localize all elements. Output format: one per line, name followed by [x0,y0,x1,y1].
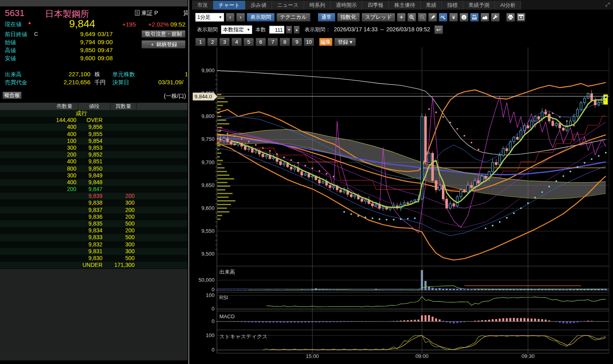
preset-button-7[interactable]: 7 [268,38,278,46]
svg-text:9,900: 9,900 [201,67,215,73]
preset-button-4[interactable]: 4 [231,38,242,46]
order-book-row[interactable]: 2009,852 [0,151,188,158]
order-book-row[interactable]: 1009,854 [0,138,188,144]
trade-caution-button[interactable]: 取引注意・規制 [141,30,186,38]
crosshair-icon[interactable]: + [397,13,406,22]
price-level[interactable]: 9,854 [60,138,102,144]
tab-11[interactable]: 業績予測 [463,1,495,10]
edit-button[interactable]: 編集 [319,38,333,46]
price-level[interactable]: 9,851 [60,158,102,165]
order-book-row[interactable]: 144,400OVER [0,117,188,124]
turnover-value: 2,210,656 [36,79,90,85]
tab-8[interactable]: 株主優待 [389,1,421,10]
normal-mode-button[interactable]: 通常 [318,13,335,22]
price-level[interactable]: 9,856 [60,124,102,130]
buy-quantity: 500 [92,220,135,227]
preset-button-1[interactable]: 1 [195,38,206,46]
tab-10[interactable]: 指標 [442,1,463,10]
order-book-row[interactable]: 4009,848 [0,179,188,186]
order-book-row[interactable]: 9,834200 [0,227,188,234]
bar-count-input[interactable]: 111 [269,26,284,34]
count-decrement-button[interactable]: ▼ [286,26,292,34]
info-icon[interactable]: i [460,13,468,22]
tab-9[interactable]: 業績 [421,1,442,10]
tab-6[interactable]: 適時開示 [331,1,362,10]
plus-icon: ＋ [150,41,155,47]
preset-button-8[interactable]: 8 [280,38,290,46]
order-book-row[interactable]: 9,837200 [0,207,188,214]
order-book-row[interactable]: 9,832300 [0,241,188,248]
order-book-row[interactable]: 4009,856 [0,124,188,130]
tab-1[interactable]: 市況 [192,1,213,10]
preset-button-3[interactable]: 3 [219,38,230,46]
draw-pencil-icon[interactable] [428,13,437,22]
wrench-icon[interactable] [491,13,500,22]
preset-button-10[interactable]: 10 [304,38,314,46]
print-icon[interactable] [506,13,515,22]
price-level[interactable]: 9,852 [60,151,102,158]
reset-period-icon[interactable]: ↩ [434,25,443,34]
scrollbar-track[interactable] [188,0,189,364]
preset-button-2[interactable]: 2 [207,38,218,46]
display-period-button[interactable]: 表示期間 [247,13,275,22]
price-level[interactable]: 9,853 [60,144,102,151]
zoom-out-icon[interactable] [418,13,427,22]
price-level[interactable]: 9,847 [60,186,102,193]
order-book-row[interactable]: 3009,853 [0,144,188,151]
export-window-icon[interactable] [517,13,525,22]
order-book-row[interactable]: 2009,847 [0,186,188,193]
indexed-mode-button[interactable]: 指数化 [337,13,360,22]
preset-button-5[interactable]: 5 [243,38,254,46]
order-book-row[interactable]: 9,838300 [0,199,188,206]
preset-button-9[interactable]: 9 [292,38,302,46]
prev-button[interactable]: ‹ [226,13,235,22]
tab-12[interactable]: AI分析 [495,1,521,10]
tab-2[interactable]: チャート [213,1,245,10]
sell-qty-header: 売数量 [51,103,78,110]
price-chart[interactable]: 9,844.09,5009,5509,6009,6509,7009,7509,8… [192,0,613,364]
order-book-row[interactable]: 9,839200 [0,193,188,199]
order-book-row[interactable]: 9,836200 [0,214,188,220]
count-mode-select[interactable]: 本数指定▼ [221,25,252,34]
count-increment-button[interactable]: ▲ [294,26,300,34]
order-book-row[interactable]: 9,831300 [0,248,188,255]
svg-text:9,800: 9,800 [201,113,215,119]
technical-button[interactable]: テクニカル [276,13,311,22]
interval-select[interactable]: 1分足▼ [195,13,224,22]
save-preset-button[interactable]: 登録 ▾ [334,38,356,46]
trendline-cursor-icon[interactable] [439,13,447,22]
order-book-row[interactable]: 9,833500 [0,234,188,241]
price-level[interactable]: 9,855 [60,131,102,138]
register-stock-button[interactable]: ＋ 銘柄登録 [141,40,186,49]
order-book-row[interactable]: 4009,855 [0,131,188,138]
svg-text:i: i [464,16,465,20]
price-level[interactable]: OVER [60,117,102,124]
price-level[interactable]: 成行 [60,110,102,117]
order-book-row[interactable]: 成行 [0,110,188,117]
preset-button-6[interactable]: 6 [255,38,266,46]
tab-4[interactable]: ニュース [272,1,304,10]
tab-3[interactable]: 歩み値 [245,1,272,10]
price-level[interactable]: 9,850 [60,165,102,172]
price-level[interactable]: 9,848 [60,179,102,186]
zoom-in-icon[interactable] [407,13,416,22]
order-book-row[interactable]: 3009,849 [0,172,188,179]
order-book-row[interactable]: 4009,851 [0,158,188,165]
yen-icon[interactable]: ¥ [449,13,458,22]
buy-quantity: 300 [92,241,135,248]
panel-divider[interactable] [188,0,192,364]
order-book-row[interactable]: 9,830500 [0,255,188,262]
my-chart-icon[interactable]: MY [470,13,479,22]
order-book-row[interactable]: 8009,850 [0,165,188,172]
composite-board-button[interactable]: 複合板 [2,92,22,99]
order-book-row[interactable]: UNDER171,300 [0,262,188,268]
tab-7[interactable]: 四季報 [362,1,389,10]
order-book-row[interactable]: 9,835500 [0,220,188,227]
tab-5[interactable]: 時系列 [304,1,331,10]
next-button[interactable]: › [236,13,245,22]
spread-mode-button[interactable]: スプレッド [362,13,396,22]
expand-icon[interactable]: ⤢ [605,1,610,8]
area-chart-icon[interactable] [480,13,489,22]
price-header: 値段 [78,103,110,110]
price-level[interactable]: 9,849 [60,172,102,179]
